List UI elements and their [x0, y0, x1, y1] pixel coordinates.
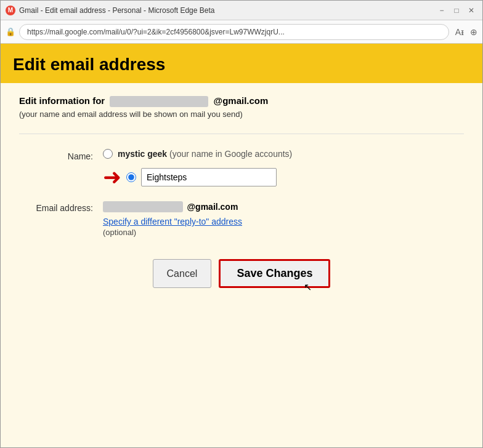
- name-options-col: mystic geek (your name in Google account…: [103, 149, 458, 191]
- radio-input-option2[interactable]: [126, 172, 136, 182]
- optional-text: (optional): [103, 228, 458, 237]
- email-value-container: @gmail.com: [103, 201, 238, 213]
- read-aloud-icon[interactable]: Aᵻ: [455, 27, 464, 37]
- reply-to-link[interactable]: Specify a different "reply-to" address: [103, 217, 458, 226]
- radio-option-2: [126, 168, 277, 186]
- button-row: Cancel Save Changes ↖: [25, 259, 458, 288]
- divider: [19, 134, 464, 134]
- name-row: Name: mystic geek (your name in Google a…: [25, 149, 458, 191]
- save-changes-button[interactable]: Save Changes: [219, 259, 330, 288]
- email-address-row: Email address: @gmail.com: [25, 201, 458, 213]
- maximize-button[interactable]: □: [450, 4, 463, 17]
- main-content: Edit email address Edit information for …: [1, 44, 482, 447]
- address-bar: 🔒 Aᵻ ⊕: [1, 20, 482, 44]
- cancel-button[interactable]: Cancel: [153, 259, 212, 288]
- radio-input-option1[interactable]: [103, 149, 113, 159]
- page-title: Edit email address: [13, 55, 470, 74]
- title-bar: M Gmail - Edit email address - Personal …: [1, 1, 482, 20]
- red-arrow-icon: ➜: [103, 166, 121, 188]
- edit-info-subtext: (your name and email address will be sho…: [19, 110, 464, 119]
- email-label: Email address:: [25, 201, 93, 213]
- edit-info-suffix: @gmail.com: [214, 95, 269, 106]
- edit-info-prefix: Edit information for: [19, 95, 105, 106]
- cursor-icon: ↖: [304, 281, 312, 293]
- blurred-email-value: [103, 201, 183, 212]
- option1-name: mystic geek: [118, 149, 167, 159]
- zoom-icon[interactable]: ⊕: [470, 27, 477, 37]
- minimize-button[interactable]: −: [436, 4, 448, 17]
- name-label: Name:: [25, 149, 93, 161]
- option1-label: mystic geek (your name in Google account…: [118, 149, 292, 159]
- arrow-row: ➜: [103, 166, 458, 188]
- email-suffix: @gmail.com: [187, 202, 238, 212]
- window-title: Gmail - Edit email address - Personal - …: [19, 6, 214, 15]
- option1-sublabel: (your name in Google accounts): [169, 149, 292, 159]
- form-section: Name: mystic geek (your name in Google a…: [19, 149, 464, 288]
- address-input[interactable]: [19, 24, 449, 40]
- page-header: Edit email address: [1, 44, 482, 83]
- title-bar-left: M Gmail - Edit email address - Personal …: [6, 6, 214, 15]
- edit-info-text: Edit information for @gmail.com: [19, 95, 464, 107]
- favicon-icon: M: [6, 6, 15, 15]
- page-body: Edit information for @gmail.com (your na…: [1, 83, 482, 447]
- name-input-field[interactable]: [141, 168, 277, 186]
- close-button[interactable]: ✕: [465, 4, 477, 17]
- title-bar-controls: − □ ✕: [436, 4, 477, 17]
- browser-window: M Gmail - Edit email address - Personal …: [0, 0, 483, 448]
- lock-icon: 🔒: [6, 27, 15, 36]
- radio-option-1: mystic geek (your name in Google account…: [103, 149, 458, 159]
- blurred-email-display: [110, 96, 208, 107]
- save-button-container: Save Changes ↖: [219, 259, 330, 288]
